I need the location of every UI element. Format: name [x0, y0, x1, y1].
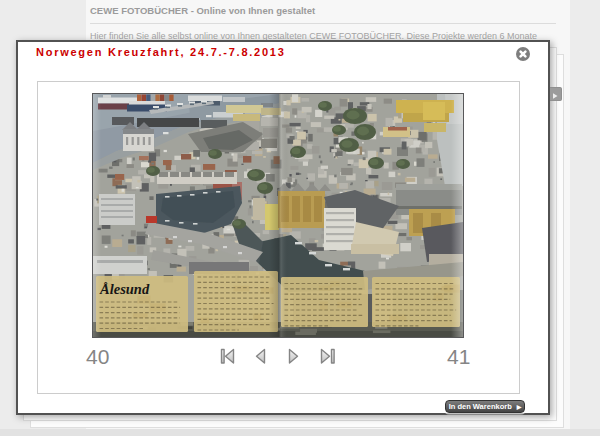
svg-text:Ålesund: Ålesund — [99, 281, 150, 297]
